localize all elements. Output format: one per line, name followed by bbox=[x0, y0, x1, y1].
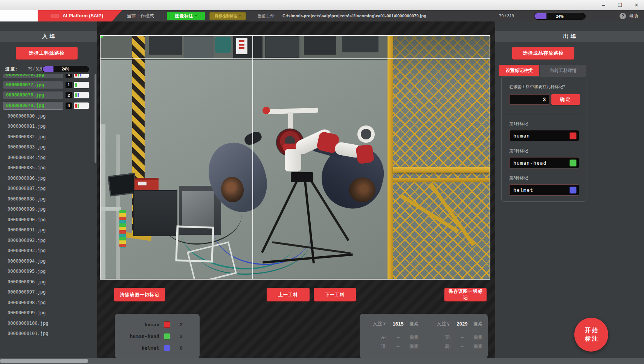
file-list-item[interactable]: 0000000086.jpg bbox=[0, 173, 94, 184]
file-list-item[interactable]: 0000000097.jpg bbox=[0, 287, 94, 298]
file-list-item[interactable]: 0000000081.jpg bbox=[0, 121, 94, 132]
file-list-item[interactable]: 0000000076.jpg3 bbox=[0, 74, 94, 80]
file-list-item[interactable]: 0000000094.jpg bbox=[0, 256, 94, 266]
minimize-icon[interactable]: – bbox=[600, 2, 606, 8]
mark-count-badge: 3 bbox=[66, 74, 72, 78]
legend-count: 2 bbox=[170, 333, 192, 339]
file-list-item[interactable]: 0000000090.jpg bbox=[0, 214, 94, 225]
image-annotation-mode-label: 图像标注 bbox=[175, 13, 193, 19]
annotation-canvas[interactable] bbox=[100, 35, 490, 280]
output-sidebar-title: 出埠 bbox=[495, 31, 644, 42]
save-all-marks-button[interactable]: 保存该图一切标记 bbox=[444, 288, 487, 301]
label-name-input[interactable]: helmet bbox=[509, 184, 579, 196]
legend-label: helmet bbox=[115, 345, 159, 351]
start-annotation-button[interactable]: 开始 标注 bbox=[574, 318, 608, 352]
horizontal-scrollbar-handle[interactable] bbox=[0, 359, 88, 363]
box-top-value: -- bbox=[387, 344, 409, 349]
file-name: 0000000092.jpg bbox=[8, 238, 46, 243]
mark-count-badge: 4 bbox=[66, 102, 72, 109]
label-type-title: 第1种标记 bbox=[509, 121, 586, 127]
maximize-icon[interactable]: ❐ bbox=[617, 2, 623, 8]
file-name: 0000000096.jpg bbox=[8, 279, 46, 284]
file-name: 0000000079.jpg bbox=[3, 102, 63, 110]
legend-count: 2 bbox=[170, 322, 192, 327]
label-count-input[interactable]: 3 bbox=[509, 94, 550, 105]
blue-color-swatch[interactable] bbox=[569, 187, 577, 194]
file-list-item[interactable]: 0000000096.jpg bbox=[0, 277, 94, 287]
file-list-item[interactable]: 0000000079.jpg4 bbox=[0, 101, 94, 111]
crosshair-x-label: 叉丝 x: bbox=[360, 321, 387, 327]
crosshair-y-value: 2029 bbox=[451, 321, 473, 327]
next-item-button[interactable]: 下一工料 bbox=[314, 288, 356, 301]
red-color-swatch[interactable] bbox=[164, 321, 170, 328]
label-type-title: 第2种标记 bbox=[509, 148, 586, 154]
label-type-fields: 第1种标记human第2种标记human-head第3种标记helmet bbox=[502, 121, 586, 196]
file-list-item[interactable]: 0000000083.jpg bbox=[0, 142, 94, 153]
file-list-item[interactable]: 00000000101.jpg bbox=[0, 329, 94, 339]
tab-set-label-types[interactable]: 设置标记种类 bbox=[499, 65, 539, 76]
chevron-down-icon: ▾ bbox=[195, 14, 197, 17]
select-output-path-button[interactable]: 选择成品存放路径 bbox=[512, 47, 574, 60]
clear-all-marks-button[interactable]: 清除该图一切标记 bbox=[114, 288, 165, 301]
file-list-item[interactable]: 0000000099.jpg bbox=[0, 308, 94, 318]
file-name: 0000000099.jpg bbox=[8, 310, 46, 315]
file-list: 0000000076.jpg30000000077.jpg10000000078… bbox=[0, 74, 94, 357]
file-list-item[interactable]: 0000000080.jpg bbox=[0, 111, 94, 121]
input-sidebar-title: 入埠 bbox=[0, 31, 97, 42]
red-mark-chip bbox=[75, 74, 77, 76]
blue-color-swatch[interactable] bbox=[164, 345, 170, 351]
file-list-item[interactable]: 0000000088.jpg bbox=[0, 194, 94, 204]
progress-row: 进度: 79 / 319 24% bbox=[0, 66, 97, 73]
file-name: 0000000088.jpg bbox=[8, 196, 46, 202]
select-source-path-button[interactable]: 选择工料源路径 bbox=[16, 47, 78, 60]
file-list-item[interactable]: 0000000092.jpg bbox=[0, 235, 94, 246]
label-type-group: 第1种标记human bbox=[509, 121, 586, 141]
legend-count: 0 bbox=[170, 345, 192, 351]
label-name-value: helmet bbox=[513, 187, 569, 193]
pixel-unit-label: 像素 bbox=[473, 321, 488, 327]
pixel-unit-label: 像素 bbox=[409, 334, 424, 341]
green-color-swatch[interactable] bbox=[164, 333, 170, 340]
file-list-item[interactable]: 0000000095.jpg bbox=[0, 266, 94, 277]
file-list-item[interactable]: 0000000078.jpg2 bbox=[0, 90, 94, 101]
confirm-button[interactable]: 确定 bbox=[551, 94, 580, 105]
green-color-swatch[interactable] bbox=[569, 159, 577, 167]
file-name: 0000000076.jpg bbox=[3, 74, 63, 78]
file-list-item[interactable]: 0000000085.jpg bbox=[0, 163, 94, 173]
file-list-item[interactable]: 0000000093.jpg bbox=[0, 246, 94, 256]
label-name-value: human bbox=[513, 133, 569, 139]
file-list-item[interactable]: 0000000087.jpg bbox=[0, 184, 94, 194]
file-name: 0000000091.jpg bbox=[8, 227, 46, 232]
output-sidebar: 出埠 选择成品存放路径 设置标记种类 当前工料详情 在该套工料中将要打几种标记?… bbox=[495, 21, 644, 364]
image-annotation-mode-button[interactable]: 图像标注 ▾ bbox=[167, 12, 205, 20]
label-name-input[interactable]: human bbox=[509, 130, 579, 141]
annotation-box-green[interactable] bbox=[101, 36, 103, 38]
close-icon[interactable]: ✕ bbox=[633, 2, 639, 8]
label-type-group: 第2种标记human-head bbox=[509, 148, 586, 168]
tab-current-item-details[interactable]: 当前工料详情 bbox=[540, 65, 586, 76]
red-color-swatch[interactable] bbox=[569, 132, 577, 139]
file-list-item[interactable]: 0000000077.jpg1 bbox=[0, 80, 94, 90]
brand-title: AI Platform (SAIP) bbox=[63, 13, 103, 18]
previous-item-button[interactable]: 上一工料 bbox=[267, 288, 310, 301]
help-button[interactable]: ? 帮助 bbox=[620, 10, 638, 21]
file-list-item[interactable]: 0000000082.jpg bbox=[0, 132, 94, 142]
start-annotation-line1: 开始 bbox=[584, 326, 599, 335]
file-list-item[interactable]: 0000000089.jpg bbox=[0, 204, 94, 215]
file-list-item[interactable]: 0000000091.jpg bbox=[0, 225, 94, 236]
green-mark-chip bbox=[75, 93, 77, 97]
label-name-value: human-head bbox=[513, 160, 569, 166]
detection-annotation-mode-button[interactable]: 目标检测标注 ▾ bbox=[209, 12, 246, 20]
input-sidebar: 入埠 选择工料源路径 进度: 79 / 319 24% 0000000076.j… bbox=[0, 21, 97, 364]
coordinates-panel: 叉丝 x: 1615 像素 叉丝 y: 2029 像素 左: -- 像素 宽: … bbox=[360, 314, 488, 358]
progress-count: 79 / 319 bbox=[28, 67, 42, 71]
file-list-item[interactable]: 0000000084.jpg bbox=[0, 152, 94, 163]
label-name-input[interactable]: human-head bbox=[509, 157, 579, 168]
file-list-item[interactable]: 0000000098.jpg bbox=[0, 297, 94, 308]
file-list-scrollbar[interactable] bbox=[95, 74, 96, 163]
horizontal-scrollbar[interactable] bbox=[0, 358, 644, 364]
box-width-label: 宽: bbox=[424, 334, 451, 341]
file-name: 0000000077.jpg bbox=[3, 81, 63, 89]
file-list-item[interactable]: 00000000100.jpg bbox=[0, 318, 94, 329]
pixel-unit-label: 像素 bbox=[473, 343, 488, 350]
